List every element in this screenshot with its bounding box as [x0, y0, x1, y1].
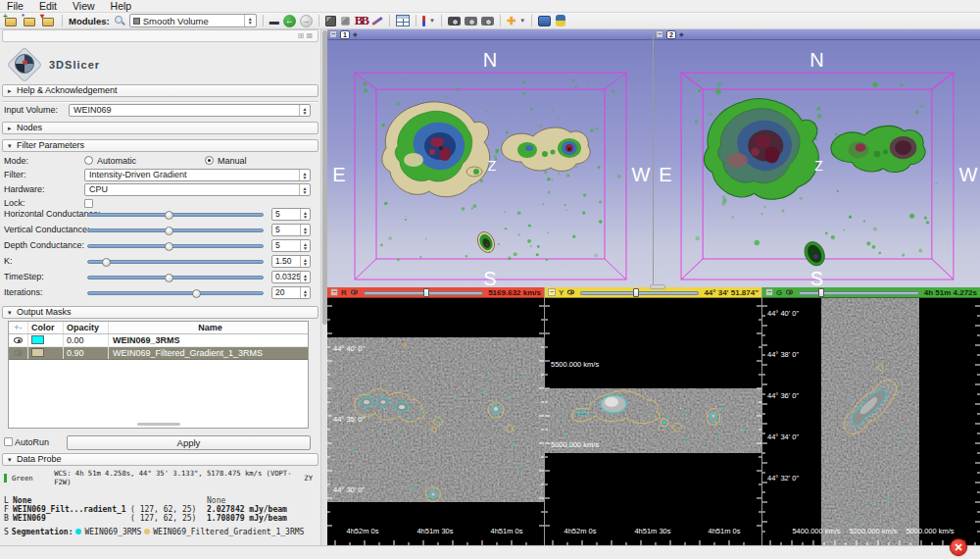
collapse-view-button[interactable]: − — [656, 30, 663, 38]
save-icon[interactable]: ▾ — [41, 15, 56, 27]
menu-file[interactable]: File — [7, 0, 24, 12]
volume-rendering-blobs — [704, 99, 925, 270]
screenshot-minus-icon[interactable]: ▬ — [270, 16, 279, 26]
depth-conductance-spinbox[interactable]: 5▲▼ — [271, 239, 311, 252]
timestep-label: TimeStep: — [4, 271, 44, 283]
mask-row-filtered-gradient[interactable]: 0.90 WEIN069_Filtered_Gradient_1_3RMS — [9, 347, 308, 360]
table-hscrollbar[interactable] — [137, 423, 180, 426]
error-close-button[interactable]: ✕ — [950, 538, 967, 556]
threeD-canvas-2[interactable]: N E W S Z — [654, 40, 980, 287]
menu-help[interactable]: Help — [111, 0, 132, 12]
slice-offset-slider[interactable] — [580, 288, 699, 297]
threeD-canvas-1[interactable]: N E W S Z — [327, 40, 653, 287]
autorun-label: AutoRun — [15, 437, 49, 447]
iterations-slider[interactable] — [87, 291, 264, 295]
vertical-conductance-spinbox[interactable]: 5▲▼ — [271, 224, 311, 236]
volume-cube-icon[interactable] — [325, 16, 336, 26]
collapse-view-button[interactable]: − — [330, 288, 338, 296]
panel-settings-icon[interactable]: ⊞ — [298, 31, 307, 40]
filter-selector[interactable]: Intensity-Driven Gradient▲▼ — [84, 169, 311, 181]
data-probe-header[interactable]: ▾Data Probe — [2, 453, 318, 466]
iterations-spinbox[interactable]: 20▲▼ — [271, 286, 311, 299]
redo-icon[interactable]: → — [300, 15, 313, 27]
timestep-spinbox[interactable]: 0.0325▲▼ — [271, 271, 311, 283]
panel-scrollbar[interactable] — [320, 29, 327, 545]
pin-icon[interactable]: ◆ — [353, 31, 358, 37]
brush-icon[interactable] — [371, 16, 383, 25]
horizontal-conductance-label: Horizontal Conductance: — [4, 208, 101, 221]
slice-offset-value: 44° 34' 51.874" — [704, 288, 759, 297]
timestep-slider[interactable] — [87, 276, 264, 280]
crosshair-pin-icon[interactable] — [422, 16, 425, 26]
depth-conductance-row: Depth Conductance: 5▲▼ — [4, 239, 311, 253]
slice-offset-slider[interactable] — [799, 288, 919, 297]
app-window: { "menubar": { "items": ["File", "Edit",… — [0, 0, 980, 559]
help-section-header[interactable]: ▸Help & Acknowledgement — [2, 84, 318, 97]
splitter-handle[interactable] — [650, 284, 665, 289]
view-number-badge: 1 — [340, 30, 350, 39]
extensions-star-icon[interactable]: ✚ — [507, 16, 515, 26]
status-bar: ✕ — [0, 545, 980, 559]
dicom-icon[interactable]: * — [23, 15, 37, 27]
horizontal-conductance-spinbox[interactable]: 5▲▼ — [271, 208, 311, 221]
input-volume-label: Input Volume: — [4, 104, 58, 117]
pin-icon[interactable]: ◆ — [679, 31, 684, 37]
undo-icon[interactable]: ← — [283, 15, 296, 27]
lock-checkbox[interactable] — [84, 199, 93, 208]
mode-row: Mode: Automatic Manual — [4, 155, 311, 169]
collapse-view-button[interactable]: − — [548, 288, 556, 296]
svg-text:44° 30' 0": 44° 30' 0" — [333, 485, 365, 494]
depth-conductance-slider[interactable] — [87, 244, 264, 248]
module-search-icon[interactable] — [114, 15, 125, 26]
output-masks-header[interactable]: ▾Output Masks — [2, 306, 318, 319]
extensions-dropdown-arrow[interactable]: ▼ — [519, 18, 525, 24]
k-label: K: — [4, 255, 13, 268]
slice-offset-slider[interactable] — [364, 288, 483, 297]
nodes-section-header[interactable]: ▸Nodes — [2, 122, 318, 134]
menu-view[interactable]: View — [73, 0, 95, 12]
mask-row-wein069-3rms[interactable]: 0.00 WEIN069_3RMS — [9, 334, 308, 347]
mode-automatic-radio[interactable]: Automatic — [84, 155, 136, 168]
scene-restore-icon[interactable] — [481, 17, 494, 25]
autorun-checkbox[interactable]: AutoRun — [4, 437, 49, 447]
visibility-eye-icon[interactable] — [14, 350, 23, 356]
horizontal-conductance-slider[interactable] — [87, 213, 264, 217]
scene-view-icon[interactable] — [465, 17, 477, 25]
collapse-view-button[interactable]: − — [765, 288, 773, 296]
panel-close-icon[interactable]: ⊠ — [306, 31, 315, 40]
module-selector[interactable]: Smooth Volume ▲▼ — [129, 14, 257, 27]
slice-letter-badge: G — [776, 288, 782, 297]
slice-canvas-red[interactable]: 44° 40' 0" 44° 35' 0" 44° 30' 0" 4h52m 0… — [327, 298, 544, 545]
load-data-icon[interactable]: + — [4, 15, 19, 27]
k-spinbox[interactable]: 1.50▲▼ — [271, 255, 311, 268]
slice-canvas-green[interactable]: 44° 40' 0" 44° 38' 0" 44° 36' 0" 44° 34'… — [762, 298, 980, 545]
visibility-eye-icon[interactable] — [14, 337, 23, 343]
slice-visibility-eye-icon[interactable] — [351, 290, 358, 295]
slice-visibility-eye-icon[interactable] — [567, 290, 574, 295]
slice-canvas-yellow[interactable]: 5500.000 km/s 5000.000 km/s 4h52m 0s 4h5… — [545, 298, 761, 545]
input-volume-selector[interactable]: WEIN069 ▲▼ — [69, 104, 311, 117]
beam-icon[interactable]: BB — [355, 13, 368, 28]
mask-color-swatch[interactable] — [31, 335, 44, 344]
crosshair-dropdown-arrow[interactable]: ▼ — [429, 18, 435, 24]
threeD-view-1: − 1 ◆ — [327, 29, 653, 287]
mode-manual-radio[interactable]: Manual — [205, 155, 247, 168]
apply-button[interactable]: Apply — [67, 435, 311, 450]
module-selector-spin[interactable]: ▲▼ — [244, 15, 256, 26]
slice-red-header: − R 5169.632 km/s — [327, 287, 544, 298]
mask-color-swatch[interactable] — [31, 348, 44, 357]
menu-edit[interactable]: Edit — [39, 0, 57, 12]
camera-icon[interactable] — [448, 17, 461, 25]
k-slider[interactable] — [87, 260, 264, 264]
vertical-conductance-slider[interactable] — [87, 229, 264, 232]
filter-parameters-header[interactable]: ▾Filter Parameters — [2, 139, 318, 152]
segment-color-dot-cyan — [75, 529, 81, 534]
hardware-selector[interactable]: CPU▲▼ — [84, 183, 311, 196]
layout-icon[interactable] — [396, 15, 410, 26]
svg-text:4h52m 0s: 4h52m 0s — [564, 527, 597, 535]
python-icon[interactable] — [555, 15, 566, 26]
collapse-view-button[interactable]: − — [329, 30, 337, 38]
slice-visibility-eye-icon[interactable] — [786, 290, 793, 295]
terminal-icon[interactable] — [538, 16, 551, 26]
small-cube-icon[interactable] — [341, 17, 349, 25]
